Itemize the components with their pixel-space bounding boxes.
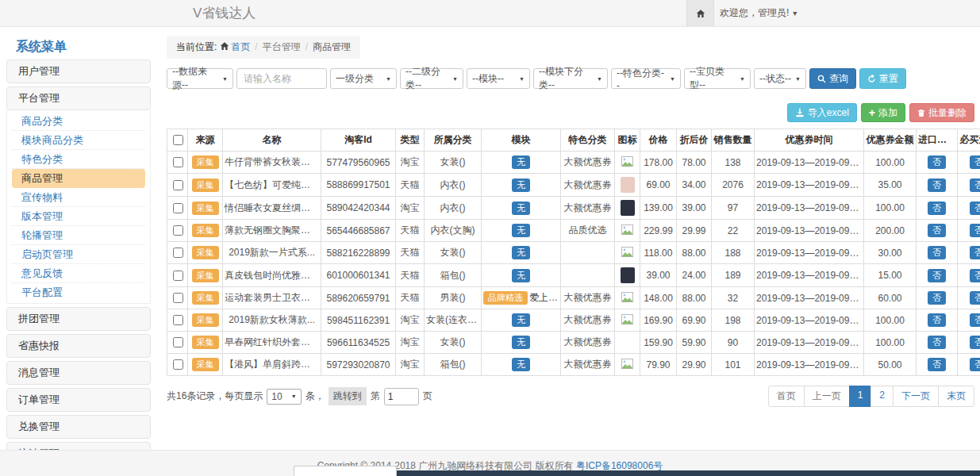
pager-first[interactable]: 首页 bbox=[768, 386, 805, 407]
import-select-toggle[interactable]: 否 bbox=[928, 202, 946, 215]
module-badge[interactable]: 无 bbox=[512, 336, 530, 349]
import-select-toggle[interactable]: 否 bbox=[928, 313, 946, 327]
product-icon-cell bbox=[615, 242, 640, 264]
row-checkbox[interactable] bbox=[173, 315, 183, 325]
filter-select-level1-category[interactable]: 一级分类▼ bbox=[330, 68, 397, 89]
import-select-toggle[interactable]: 否 bbox=[928, 178, 946, 192]
pager-prev[interactable]: 上一页 bbox=[804, 386, 850, 407]
welcome-text: 欢迎您，管理员! bbox=[720, 7, 789, 18]
sidebar-group-header[interactable]: 兑换管理 bbox=[6, 415, 151, 439]
pager-page-2[interactable]: 2 bbox=[870, 386, 894, 407]
must-buy-toggle[interactable]: 否 bbox=[970, 155, 980, 169]
import-select-toggle[interactable]: 否 bbox=[928, 336, 946, 349]
sidebar-item[interactable]: 商品管理 bbox=[12, 169, 145, 188]
import-excel-button[interactable]: 导入excel bbox=[787, 103, 857, 122]
product-icon-cell bbox=[615, 174, 640, 197]
sidebar-item[interactable]: 宣传物料 bbox=[12, 188, 145, 207]
filter-select-module-sub-category[interactable]: --模块下分类--▼ bbox=[533, 68, 608, 89]
per-page-select[interactable]: 10▼ bbox=[267, 389, 301, 405]
row-checkbox[interactable] bbox=[173, 359, 183, 370]
coupon-amount: 60.00 bbox=[864, 287, 917, 309]
breadcrumb-item: 平台管理 bbox=[263, 41, 301, 52]
sidebar-group: 用户管理 bbox=[6, 60, 151, 83]
sidebar-group-header[interactable]: 拼团管理 bbox=[6, 307, 151, 331]
home-button[interactable] bbox=[686, 0, 714, 26]
must-buy-toggle[interactable]: 否 bbox=[970, 291, 980, 305]
import-select-toggle[interactable]: 否 bbox=[928, 155, 946, 169]
sidebar-group-header[interactable]: 用户管理 bbox=[6, 60, 151, 83]
module-badge[interactable]: 无 bbox=[512, 202, 530, 215]
import-select-toggle[interactable]: 否 bbox=[928, 269, 946, 282]
import-select-toggle[interactable]: 否 bbox=[928, 224, 946, 237]
import-select-toggle[interactable]: 否 bbox=[928, 291, 946, 305]
module-badge[interactable]: 无 bbox=[512, 178, 530, 192]
pager-next[interactable]: 下一页 bbox=[893, 386, 939, 407]
must-buy-toggle[interactable]: 否 bbox=[970, 246, 980, 259]
row-checkbox[interactable] bbox=[173, 248, 183, 258]
pager-page-1[interactable]: 1 bbox=[849, 386, 872, 407]
import-select-toggle[interactable]: 否 bbox=[928, 358, 946, 371]
sidebar-group: 平台管理商品分类模块商品分类特色分类商品管理宣传物料版本管理轮播管理启动页管理意… bbox=[6, 86, 151, 304]
filter-select-item-type[interactable]: --宝贝类型--▼ bbox=[684, 68, 751, 89]
sidebar-group-header[interactable]: 订单管理 bbox=[6, 388, 151, 412]
sidebar-group-header[interactable]: 消息管理 bbox=[6, 361, 151, 385]
pager-last[interactable]: 末页 bbox=[938, 386, 974, 407]
filter-input-name[interactable] bbox=[236, 68, 327, 89]
row-checkbox[interactable] bbox=[173, 225, 183, 236]
breadcrumb-home-link[interactable]: 首页 bbox=[231, 41, 250, 52]
import-select-toggle[interactable]: 否 bbox=[928, 246, 946, 259]
module-badge[interactable]: 无 bbox=[512, 269, 530, 282]
filter-select-feature-category[interactable]: --特色分类--▼ bbox=[611, 68, 681, 89]
must-buy-toggle[interactable]: 否 bbox=[970, 224, 980, 237]
must-buy-toggle[interactable]: 否 bbox=[970, 358, 980, 371]
add-button[interactable]: +添加 bbox=[861, 103, 905, 122]
batch-delete-button[interactable]: 批量删除 bbox=[909, 103, 974, 122]
broken-image-icon bbox=[621, 156, 633, 167]
jump-page-input[interactable] bbox=[384, 388, 419, 405]
filter-select-level2-category[interactable]: --二级分类--▼ bbox=[400, 68, 463, 89]
row-checkbox[interactable] bbox=[173, 293, 183, 303]
sidebar-group-header[interactable]: 省惠快报 bbox=[6, 334, 151, 358]
sidebar-group-header[interactable]: 平台管理 bbox=[6, 86, 151, 110]
sidebar-item[interactable]: 启动页管理 bbox=[12, 245, 145, 264]
product-category: 女装() bbox=[425, 242, 482, 264]
select-all-checkbox[interactable] bbox=[173, 135, 183, 145]
row-select-cell bbox=[167, 174, 188, 197]
sidebar-item[interactable]: 意见反馈 bbox=[12, 264, 145, 283]
row-checkbox[interactable] bbox=[173, 203, 183, 213]
user-menu[interactable]: 欢迎您，管理员!▾ bbox=[720, 0, 797, 26]
sidebar-item[interactable]: 平台配置 bbox=[12, 283, 145, 301]
filter-select-status[interactable]: --状态--▼ bbox=[754, 68, 806, 89]
filter-select-data-source[interactable]: --数据来源--▼ bbox=[167, 68, 233, 89]
icp-link[interactable]: 粤ICP备16098006号 bbox=[576, 460, 663, 471]
product-module: 无 bbox=[482, 197, 561, 220]
must-buy-toggle[interactable]: 否 bbox=[970, 178, 980, 192]
price: 118.00 bbox=[640, 242, 677, 264]
module-badge[interactable]: 无 bbox=[512, 313, 530, 327]
row-checkbox[interactable] bbox=[173, 337, 183, 347]
sidebar-item[interactable]: 版本管理 bbox=[12, 207, 145, 226]
module-badge[interactable]: 无 bbox=[512, 224, 530, 237]
sidebar-item[interactable]: 轮播管理 bbox=[12, 226, 145, 245]
must-buy-toggle[interactable]: 否 bbox=[970, 313, 980, 327]
query-button[interactable]: 查询 bbox=[809, 68, 856, 89]
table-row: 采集薄款无钢圈文胸聚拢性...565446685867天猫内衣(文胸)无品质优选… bbox=[167, 220, 980, 242]
must-buy-toggle[interactable]: 否 bbox=[970, 202, 980, 215]
must-buy-toggle[interactable]: 否 bbox=[970, 269, 980, 282]
row-checkbox[interactable] bbox=[173, 157, 183, 167]
must-buy-toggle-cell: 否 bbox=[958, 354, 980, 376]
module-badge[interactable]: 无 bbox=[512, 246, 530, 259]
column-header: 名称 bbox=[223, 129, 321, 152]
row-checkbox[interactable] bbox=[173, 180, 183, 190]
sidebar-item[interactable]: 特色分类 bbox=[12, 150, 145, 169]
module-badge[interactable]: 品牌精选 bbox=[483, 291, 528, 305]
row-checkbox[interactable] bbox=[173, 271, 183, 281]
jump-button[interactable]: 跳转到 bbox=[329, 387, 367, 405]
module-badge[interactable]: 无 bbox=[512, 155, 530, 169]
filter-select-module[interactable]: --模块--▼ bbox=[467, 68, 530, 89]
module-badge[interactable]: 无 bbox=[512, 358, 530, 371]
sidebar-item[interactable]: 模块商品分类 bbox=[12, 131, 145, 150]
sidebar-item[interactable]: 商品分类 bbox=[12, 112, 145, 131]
must-buy-toggle[interactable]: 否 bbox=[970, 336, 980, 349]
reset-button[interactable]: 重置 bbox=[859, 68, 906, 89]
